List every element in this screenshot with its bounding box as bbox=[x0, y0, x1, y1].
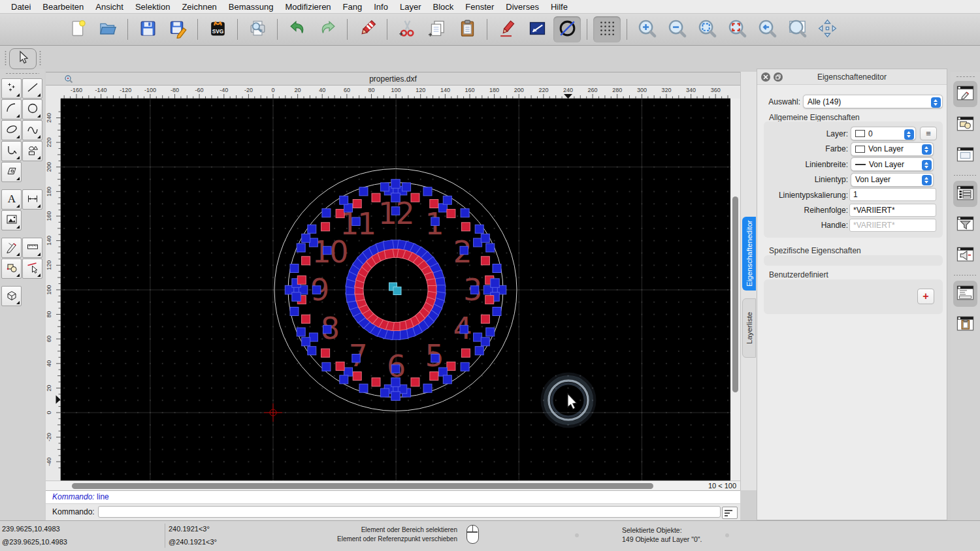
tool-palette: A bbox=[0, 69, 44, 520]
tool-hatch-button[interactable] bbox=[1, 162, 22, 182]
menu-item-bemassung[interactable]: Bemassung bbox=[229, 2, 274, 12]
panel-views-toggle-button[interactable] bbox=[953, 142, 977, 168]
palette-drag-handle[interactable] bbox=[5, 72, 39, 74]
tool-box3d-button[interactable] bbox=[1, 286, 22, 306]
menu-bar: DateiBearbeitenAnsichtSelektionZeichnenB… bbox=[0, 0, 980, 14]
horizontal-scrollbar-thumb[interactable] bbox=[72, 483, 653, 489]
draworder-input[interactable]: *VARIIERT* bbox=[849, 204, 936, 217]
panel-reference-toggle-button[interactable] bbox=[953, 242, 977, 268]
tool-arc-button[interactable] bbox=[1, 99, 22, 119]
tool-blocks-button[interactable] bbox=[1, 259, 22, 279]
svg-text:SVG: SVG bbox=[212, 27, 223, 34]
tool-ellipse-button[interactable] bbox=[1, 120, 22, 140]
linewidth-combo[interactable]: Von Layer bbox=[851, 157, 934, 171]
menu-item-diverses[interactable]: Diverses bbox=[506, 2, 539, 12]
tool-measure-button[interactable] bbox=[22, 238, 42, 258]
tool-line-button[interactable] bbox=[22, 78, 42, 99]
menu-item-selektion[interactable]: Selektion bbox=[135, 2, 170, 12]
panel-selection-filter-toggle-button[interactable] bbox=[953, 212, 977, 238]
strip-separator bbox=[953, 174, 977, 176]
tool-points-icon bbox=[5, 81, 18, 97]
tool-points-button[interactable] bbox=[1, 78, 22, 99]
tool-image-button[interactable] bbox=[1, 210, 22, 230]
tab-eigenschafteneditor[interactable]: Eigenschafteneditor bbox=[742, 217, 756, 291]
menu-item-hilfe[interactable]: Hilfe bbox=[551, 2, 568, 12]
edit-circle-icon bbox=[557, 18, 578, 41]
document-titlebar[interactable]: properties.dxf bbox=[46, 72, 740, 86]
zoom-window-button[interactable] bbox=[783, 16, 811, 42]
svg-text:200: 200 bbox=[46, 162, 52, 172]
menu-item-fenster[interactable]: Fenster bbox=[465, 2, 494, 12]
print-preview-button[interactable] bbox=[244, 16, 271, 42]
pan-button[interactable] bbox=[813, 16, 841, 42]
edit-circle-button[interactable] bbox=[553, 16, 581, 42]
menu-item-zeichnen[interactable]: Zeichnen bbox=[182, 2, 216, 12]
save-as-button[interactable] bbox=[164, 16, 191, 42]
zoom-selection-button[interactable] bbox=[723, 16, 751, 42]
command-input[interactable] bbox=[98, 506, 721, 518]
linetype-combo[interactable]: Von Layer bbox=[851, 173, 934, 187]
zoom-auto-button[interactable] bbox=[693, 16, 721, 42]
erase-button[interactable] bbox=[353, 16, 381, 42]
drawing-canvas[interactable]: 121234567891011 bbox=[61, 99, 730, 480]
panel-command-line-toggle-button[interactable] bbox=[953, 281, 977, 307]
menu-item-modifizieren[interactable]: Modifizieren bbox=[286, 2, 331, 12]
menu-item-layer[interactable]: Layer bbox=[400, 2, 421, 12]
zoom-in-button[interactable] bbox=[633, 16, 661, 42]
redo-button[interactable] bbox=[314, 16, 341, 42]
ruler-corner bbox=[46, 86, 61, 99]
paste-button[interactable] bbox=[453, 16, 481, 42]
vertical-scrollbar[interactable] bbox=[730, 99, 740, 480]
toolbar-drag-handle[interactable] bbox=[5, 50, 7, 66]
new-file-button[interactable] bbox=[64, 16, 91, 42]
custom-properties-group: + bbox=[764, 279, 943, 314]
open-file-button[interactable] bbox=[94, 16, 122, 42]
menu-item-datei[interactable]: Datei bbox=[11, 2, 31, 12]
toolbar-drag-handle-2[interactable] bbox=[39, 50, 41, 66]
selection-pointer-button[interactable] bbox=[9, 48, 37, 69]
add-custom-property-button[interactable]: + bbox=[917, 289, 934, 304]
svg-text:40: 40 bbox=[319, 87, 325, 93]
svg-export-button[interactable]: SVG bbox=[204, 16, 231, 42]
svg-text:80: 80 bbox=[46, 311, 52, 317]
menu-item-ansicht[interactable]: Ansicht bbox=[95, 2, 123, 12]
panel-clipboard-toggle-button[interactable] bbox=[953, 311, 977, 338]
tool-text-button[interactable]: A bbox=[1, 189, 22, 210]
svg-text:100: 100 bbox=[391, 87, 401, 93]
panel-blocks-toggle-button[interactable] bbox=[953, 112, 977, 138]
tool-select-line-button[interactable] bbox=[22, 259, 42, 279]
draw-pencil-button[interactable] bbox=[493, 16, 521, 42]
edit-line-button[interactable] bbox=[523, 16, 551, 42]
tool-shapes-button[interactable] bbox=[22, 141, 42, 161]
tool-circle-button[interactable] bbox=[22, 99, 42, 119]
panel-drawing-toggle-button[interactable] bbox=[953, 81, 977, 107]
tab-layerliste[interactable]: Layerliste bbox=[742, 298, 756, 358]
command-options-icon[interactable] bbox=[722, 507, 738, 519]
menu-item-fang[interactable]: Fang bbox=[343, 2, 363, 12]
tool-modify-button[interactable] bbox=[1, 238, 22, 258]
layer-menu-button[interactable]: ≡ bbox=[920, 127, 937, 140]
copy-button[interactable] bbox=[423, 16, 451, 42]
horizontal-scrollbar[interactable]: 10 < 100 bbox=[46, 480, 740, 491]
palette-gap bbox=[1, 279, 42, 285]
tool-polyline-button[interactable] bbox=[1, 141, 22, 161]
color-combo[interactable]: Von Layer bbox=[851, 142, 934, 156]
panel-property-list-toggle-button[interactable] bbox=[953, 181, 977, 207]
grid-toggle-button[interactable] bbox=[593, 16, 621, 42]
menu-item-block[interactable]: Block bbox=[433, 2, 453, 12]
vertical-scrollbar-thumb[interactable] bbox=[732, 197, 738, 392]
menu-item-bearbeiten[interactable]: Bearbeiten bbox=[42, 2, 84, 12]
menu-item-info[interactable]: Info bbox=[374, 2, 388, 12]
linetypescale-input[interactable]: 1 bbox=[849, 188, 936, 201]
undo-button[interactable] bbox=[284, 16, 311, 42]
selection-combo[interactable]: Alle (149) bbox=[803, 95, 943, 108]
cut-button[interactable] bbox=[393, 16, 421, 42]
layer-combo[interactable]: 0 bbox=[851, 127, 916, 140]
strip-drag-handle[interactable] bbox=[956, 76, 975, 78]
save-button[interactable] bbox=[134, 16, 161, 42]
zoom-out-button[interactable] bbox=[663, 16, 691, 42]
zoom-previous-button[interactable] bbox=[753, 16, 781, 42]
svg-text:20: 20 bbox=[295, 87, 301, 93]
tool-spline-button[interactable] bbox=[22, 120, 42, 140]
tool-dimension-button[interactable] bbox=[22, 189, 42, 210]
